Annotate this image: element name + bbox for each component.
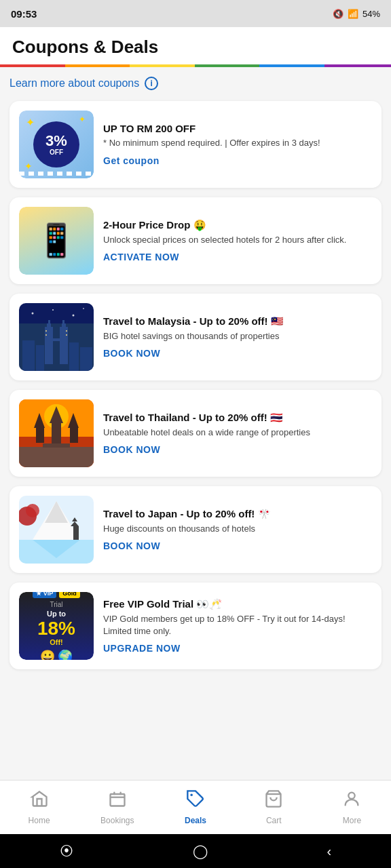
mute-icon: 🔇 [333, 9, 343, 19]
svg-rect-19 [66, 330, 67, 332]
coupon-card-5[interactable]: Travel to Japan - Up to 20% off! 🎌 Huge … [10, 486, 381, 573]
nav-label-bookings: Bookings [100, 816, 134, 825]
coupon-body-6: Free VIP Gold Trial 👀🥂 VIP Gold members … [103, 598, 372, 654]
coupon-action-3[interactable]: BOOK NOW [103, 348, 372, 359]
nav-label-home: Home [29, 816, 50, 825]
coupon-desc-1: * No minimum spend required. | Offer exp… [103, 137, 372, 149]
coupon-image-5 [19, 496, 94, 564]
nav-label-deals: Deals [185, 816, 206, 825]
coupon-title-6: Free VIP Gold Trial 👀🥂 [103, 598, 372, 610]
info-icon[interactable]: i [145, 77, 158, 90]
svg-rect-43 [110, 794, 124, 806]
coupon-card-4[interactable]: Travel to Thailand - Up to 20% off! 🇹🇭 U… [10, 390, 381, 477]
svg-rect-18 [45, 334, 47, 336]
svg-rect-28 [36, 428, 44, 443]
coupon-image-2: 📱 [19, 207, 94, 275]
coupon-title-5: Travel to Japan - Up to 20% off! 🎌 [103, 508, 372, 520]
home-icon [30, 789, 49, 813]
android-home-btn[interactable]: ◯ [193, 843, 208, 859]
svg-rect-6 [45, 327, 53, 364]
coupon-desc-3: BIG hotel savings on thousands of proper… [103, 330, 372, 342]
bottom-nav: Home Bookings Deals Cart [0, 780, 391, 834]
coupon-card-2[interactable]: 📱 2-Hour Price Drop 🤑 Unlock special pri… [10, 197, 381, 284]
coupon-action-5[interactable]: BOOK NOW [103, 540, 372, 551]
content-area: Learn more about coupons i ✦ ✦ ✦ 3% OFF … [0, 67, 391, 780]
coupon-title-1: UP TO RM 200 OFF [103, 123, 372, 134]
nav-item-more[interactable]: More [313, 789, 391, 825]
coupon-action-1[interactable]: Get coupon [103, 155, 372, 166]
svg-rect-40 [73, 526, 79, 540]
coupon-image-3 [19, 303, 94, 371]
nav-label-more: More [343, 816, 361, 825]
svg-point-45 [349, 793, 355, 799]
page-title: Coupons & Deals [12, 37, 379, 58]
coupon-image-4 [19, 399, 94, 467]
status-bar: 09:53 🔇 📶 54% [0, 0, 391, 27]
coupon-body-3: Travel to Malaysia - Up to 20% off! 🇲🇾 B… [103, 315, 372, 359]
svg-point-5 [83, 308, 84, 309]
svg-point-3 [52, 309, 54, 311]
learn-more-text[interactable]: Learn more about coupons [10, 77, 139, 90]
coupon-card-1[interactable]: ✦ ✦ ✦ 3% OFF UP TO RM 200 OFF * No minim… [10, 101, 381, 188]
page-header: Coupons & Deals [0, 27, 391, 64]
nav-item-home[interactable]: Home [0, 789, 78, 825]
svg-rect-16 [80, 347, 92, 371]
svg-rect-31 [19, 447, 94, 467]
coupon-image-6: ★ VIP Gold Trial Up to 18% Off! 😀 🌍 [19, 592, 94, 660]
bookings-icon [108, 789, 127, 813]
more-icon [342, 789, 361, 813]
svg-point-44 [190, 793, 193, 796]
nav-item-deals[interactable]: Deals [156, 789, 234, 825]
nav-item-cart[interactable]: Cart [235, 789, 313, 825]
learn-more-row[interactable]: Learn more about coupons i [10, 77, 381, 90]
coupon-action-4[interactable]: BOOK NOW [103, 444, 372, 455]
coupon-body-4: Travel to Thailand - Up to 20% off! 🇹🇭 U… [103, 412, 372, 455]
coupon-card-6[interactable]: ★ VIP Gold Trial Up to 18% Off! 😀 🌍 Free… [10, 583, 381, 669]
nav-item-bookings[interactable]: Bookings [78, 789, 156, 825]
svg-point-35 [26, 504, 39, 517]
svg-rect-11 [62, 320, 64, 325]
coupon-desc-6: VIP Gold members get up to 18% OFF - Try… [103, 613, 372, 637]
svg-rect-20 [66, 334, 67, 336]
coupon-desc-4: Unbeatable hotel deals on a wide range o… [103, 427, 372, 439]
svg-rect-15 [69, 342, 79, 371]
coupon-action-6[interactable]: UPGRADE NOW [103, 643, 372, 654]
svg-rect-14 [36, 345, 44, 371]
coupon-desc-5: Huge discounts on thousands of hotels [103, 523, 372, 535]
coupon-body-5: Travel to Japan - Up to 20% off! 🎌 Huge … [103, 508, 372, 551]
coupon-image-1: ✦ ✦ ✦ 3% OFF [19, 111, 94, 178]
battery-text: 54% [362, 9, 380, 19]
svg-rect-17 [45, 330, 47, 332]
nav-label-cart: Cart [266, 816, 282, 825]
svg-rect-12 [53, 338, 60, 341]
coupon-desc-2: Unlock special prices on selected hotels… [103, 234, 372, 246]
deals-icon [186, 789, 205, 813]
svg-rect-13 [22, 340, 35, 371]
android-nav: ⦿ ◯ ‹ [0, 834, 391, 868]
svg-rect-26 [52, 423, 61, 443]
status-icons: 🔇 📶 54% [333, 9, 380, 19]
cart-icon [264, 789, 283, 813]
coupon-body-2: 2-Hour Price Drop 🤑 Unlock special price… [103, 219, 372, 262]
android-recent-btn[interactable]: ⦿ [60, 844, 73, 859]
svg-rect-10 [48, 320, 50, 325]
svg-rect-7 [60, 327, 68, 364]
svg-rect-32 [43, 443, 70, 448]
coupon-action-2[interactable]: ACTIVATE NOW [103, 252, 372, 262]
coupon-title-3: Travel to Malaysia - Up to 20% off! 🇲🇾 [103, 315, 372, 328]
svg-point-2 [32, 313, 34, 315]
coupon-body-1: UP TO RM 200 OFF * No minimum spend requ… [103, 123, 372, 165]
svg-point-4 [73, 315, 75, 317]
status-time: 09:53 [11, 8, 37, 20]
coupon-card-3[interactable]: Travel to Malaysia - Up to 20% off! 🇲🇾 B… [10, 294, 381, 380]
coupon-title-2: 2-Hour Price Drop 🤑 [103, 219, 372, 231]
android-back-btn[interactable]: ‹ [327, 844, 331, 859]
svg-rect-30 [70, 428, 78, 443]
signal-icon: 📶 [348, 9, 358, 19]
coupon-title-4: Travel to Thailand - Up to 20% off! 🇹🇭 [103, 412, 372, 424]
